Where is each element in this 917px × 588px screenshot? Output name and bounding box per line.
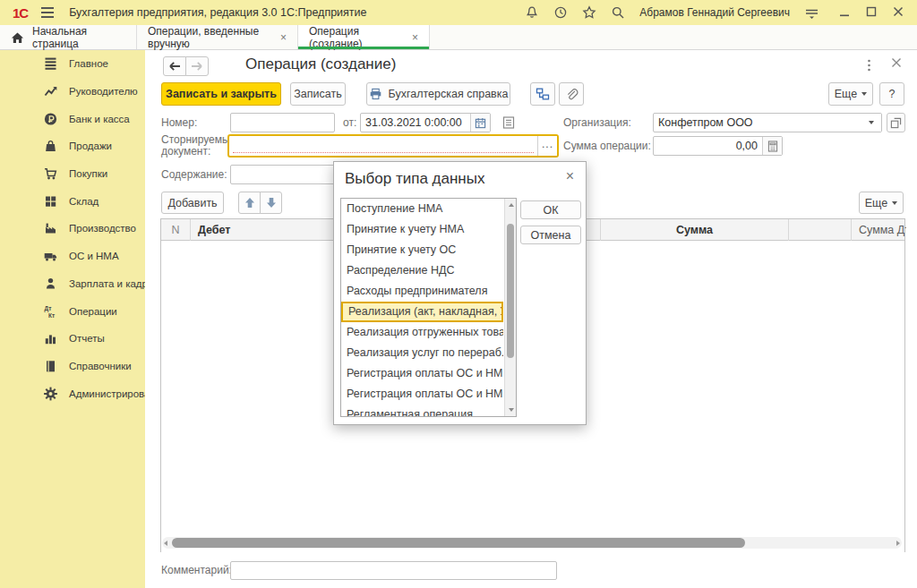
scrollbar-thumb[interactable]: [172, 538, 745, 548]
gear-icon: [43, 387, 58, 401]
postings-button[interactable]: [530, 82, 555, 106]
more-button[interactable]: Еще: [828, 82, 873, 106]
list-scrollbar[interactable]: [504, 199, 516, 416]
number-input[interactable]: [230, 113, 335, 132]
document-journal-button[interactable]: [501, 115, 516, 130]
sum-label: Сумма операции:: [563, 136, 651, 156]
sidebar-item-operations[interactable]: ДтКт Операции: [0, 297, 145, 325]
user-name[interactable]: Абрамов Геннадий Сергеевич: [639, 6, 790, 19]
sidebar-item-bank-cash[interactable]: Банк и касса: [0, 105, 145, 132]
book-icon: [43, 359, 58, 373]
sidebar-item-sales[interactable]: Продажи: [0, 132, 145, 160]
accounting-reference-button[interactable]: Бухгалтерская справка: [366, 82, 510, 106]
tab-close-icon[interactable]: ×: [280, 31, 287, 44]
list-item-selected[interactable]: Реализация (акт, накладная, У...: [341, 302, 503, 322]
tab-operations-manual[interactable]: Операции, введенные вручную ×: [137, 25, 298, 49]
history-icon[interactable]: [553, 5, 568, 20]
sidebar-item-manager[interactable]: Руководителю: [0, 78, 145, 106]
sidebar-item-reports[interactable]: Отчеты: [0, 325, 145, 353]
scroll-down-arrow[interactable]: [509, 408, 514, 412]
header-sum-dt[interactable]: Сумма Дт: [852, 219, 906, 241]
sidebar-item-fixed-assets[interactable]: ОС и НМА: [0, 243, 145, 270]
sidebar-item-directories[interactable]: Справочники: [0, 353, 145, 380]
titlebar: 1С Бухгалтерия предприятия, редакция 3.0…: [0, 0, 917, 25]
sidebar-item-warehouse[interactable]: Склад: [0, 187, 145, 215]
calculator-icon: [767, 141, 778, 152]
list-item[interactable]: Расходы предпринимателя: [341, 281, 503, 302]
sidebar-item-main[interactable]: Главное: [0, 50, 145, 78]
arrow-left-icon: [168, 61, 181, 72]
data-type-list: Поступление НМА Принятие к учету НМА При…: [340, 198, 517, 417]
add-row-button[interactable]: Добавить: [161, 192, 224, 214]
list-item[interactable]: Принятие к учету ОС: [341, 240, 503, 260]
app-logo: 1С: [13, 5, 28, 21]
minimize-button[interactable]: [838, 5, 853, 20]
header-spacer: [789, 219, 852, 241]
tab-home[interactable]: Начальная страница: [0, 25, 137, 49]
date-label: от:: [343, 113, 356, 132]
tab-operation-create[interactable]: Операция (создание) ×: [298, 25, 430, 49]
favorites-star-icon[interactable]: [582, 5, 596, 20]
bag-icon: [43, 139, 58, 153]
sidebar-item-purchases[interactable]: Покупки: [0, 160, 145, 188]
paperclip-icon: [565, 88, 578, 101]
cancel-button[interactable]: Отмена: [520, 226, 581, 244]
tab-label: Начальная страница: [32, 25, 125, 50]
bar-chart-icon: [43, 331, 58, 345]
sum-field[interactable]: 0,00: [653, 136, 783, 156]
list-item[interactable]: Распределение НДС: [341, 260, 503, 281]
close-window-button[interactable]: [892, 5, 906, 20]
save-close-button[interactable]: Записать и закрыть: [161, 82, 281, 106]
list-item[interactable]: Реализация услуг по перераб...: [341, 343, 503, 363]
date-field[interactable]: 31.03.2021 0:00:00: [360, 113, 491, 132]
search-icon[interactable]: [611, 5, 625, 20]
header-n[interactable]: N: [161, 219, 191, 241]
scroll-right-arrow[interactable]: [896, 541, 900, 546]
form-title: Операция (создание): [245, 55, 396, 73]
factory-icon: [43, 221, 58, 235]
list-item[interactable]: Принятие к учету НМА: [341, 219, 503, 240]
dialog-close-button[interactable]: ×: [566, 168, 574, 184]
service-menu-icon[interactable]: [804, 5, 818, 20]
organization-dropdown-button[interactable]: [861, 114, 881, 132]
scroll-left-arrow[interactable]: [164, 541, 167, 546]
sidebar-item-production[interactable]: Производство: [0, 215, 145, 243]
trend-icon: [43, 84, 58, 98]
scrollbar-thumb[interactable]: [507, 224, 514, 358]
header-sum[interactable]: Сумма: [601, 219, 789, 241]
calculator-button[interactable]: [762, 137, 782, 155]
storno-document-field[interactable]: ...: [227, 134, 559, 158]
move-up-button[interactable]: [238, 192, 261, 214]
attachment-button[interactable]: [559, 82, 584, 106]
open-organization-button[interactable]: [887, 113, 905, 132]
ok-button[interactable]: ОК: [520, 200, 581, 219]
notifications-bell-icon[interactable]: [525, 5, 539, 20]
list-item[interactable]: Регистрация оплаты ОС и НМ...: [341, 384, 503, 405]
list-item[interactable]: Регламентная операция: [341, 405, 503, 417]
hamburger-icon[interactable]: [40, 6, 55, 19]
dialog-title: Выбор типа данных: [345, 170, 484, 188]
form-close-button[interactable]: [891, 57, 902, 68]
date-picker-button[interactable]: [470, 114, 490, 132]
list-item[interactable]: Реализация отгруженных това...: [341, 322, 503, 343]
tab-close-icon[interactable]: ×: [412, 31, 418, 44]
window-controls: [838, 5, 906, 20]
form-menu-dots-icon[interactable]: [867, 58, 871, 72]
save-button[interactable]: Записать: [290, 82, 346, 106]
help-button[interactable]: ?: [879, 82, 904, 106]
back-button[interactable]: [163, 56, 186, 76]
storno-select-button[interactable]: ...: [537, 136, 557, 156]
organization-field[interactable]: Конфетпром ООО: [653, 113, 882, 132]
sidebar-item-salary-hr[interactable]: Зарплата и кадры: [0, 270, 145, 298]
forward-button[interactable]: [185, 56, 209, 76]
comment-input[interactable]: [230, 561, 557, 580]
list-item[interactable]: Регистрация оплаты ОС и НМ...: [341, 363, 503, 384]
table-more-button[interactable]: Еще: [859, 192, 904, 214]
scroll-up-arrow[interactable]: [509, 203, 514, 207]
list-item[interactable]: Поступление НМА: [341, 199, 503, 219]
move-down-button[interactable]: [260, 192, 282, 214]
maximize-button[interactable]: [865, 5, 879, 20]
warehouse-icon: [43, 194, 58, 209]
sidebar-item-administration[interactable]: Администрирование: [0, 379, 145, 407]
horizontal-scrollbar[interactable]: [162, 537, 902, 549]
